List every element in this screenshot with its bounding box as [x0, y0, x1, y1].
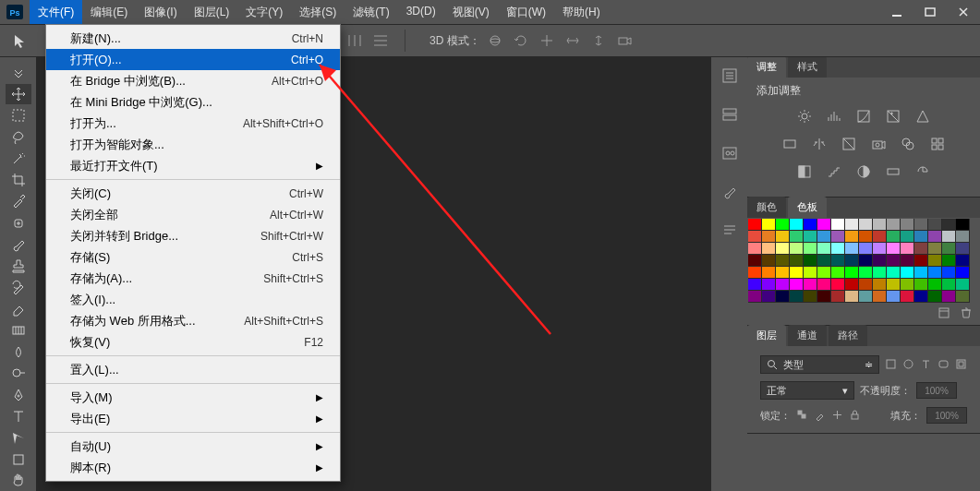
filter-shape-icon[interactable]	[938, 358, 950, 372]
balance-icon[interactable]	[811, 136, 828, 154]
blend-mode-select[interactable]: 正常▾	[760, 381, 854, 400]
swatch[interactable]	[776, 279, 790, 291]
swatch[interactable]	[887, 231, 901, 243]
character-panel-icon[interactable]	[720, 144, 739, 166]
menubar-item-4[interactable]: 文字(Y)	[237, 0, 291, 25]
blur-tool-icon[interactable]	[6, 342, 31, 362]
swatch[interactable]	[901, 291, 914, 303]
swatch[interactable]	[762, 243, 776, 255]
swatch[interactable]	[928, 231, 942, 243]
swatch[interactable]	[859, 243, 873, 255]
swatch[interactable]	[831, 279, 845, 291]
swatch[interactable]	[831, 231, 845, 243]
swatch[interactable]	[762, 267, 776, 279]
stamp-tool-icon[interactable]	[6, 257, 31, 276]
swatch[interactable]	[776, 219, 790, 231]
swatch[interactable]	[914, 279, 928, 291]
swatch[interactable]	[817, 231, 831, 243]
swatch[interactable]	[942, 219, 956, 231]
lookup-icon[interactable]	[929, 136, 946, 154]
menu-item[interactable]: 关闭全部Alt+Ctrl+W	[46, 204, 340, 225]
swatch[interactable]	[804, 243, 817, 255]
exposure-icon[interactable]	[885, 108, 901, 126]
pen-tool-icon[interactable]	[6, 385, 31, 404]
swatch[interactable]	[942, 231, 956, 243]
swatch[interactable]	[901, 219, 914, 231]
swatch[interactable]	[873, 255, 887, 267]
menu-item[interactable]: 打开为...Alt+Shift+Ctrl+O	[46, 113, 340, 134]
menubar-item-10[interactable]: 帮助(H)	[554, 0, 609, 25]
new-swatch-icon[interactable]	[938, 306, 950, 323]
swatch[interactable]	[873, 291, 887, 303]
healing-tool-icon[interactable]	[6, 213, 31, 233]
swatch[interactable]	[790, 291, 804, 303]
swatch[interactable]	[831, 267, 845, 279]
swatch[interactable]	[873, 243, 887, 255]
menu-item[interactable]: 置入(L)...	[46, 359, 340, 380]
swatch[interactable]	[887, 243, 901, 255]
swatch[interactable]	[776, 291, 790, 303]
lasso-tool-icon[interactable]	[6, 127, 31, 147]
collapse-icon[interactable]	[6, 63, 31, 82]
swatch[interactable]	[901, 267, 914, 279]
menu-item[interactable]: 签入(I)...	[46, 289, 340, 310]
brush-tool-icon[interactable]	[6, 234, 31, 254]
close-button[interactable]	[947, 2, 980, 22]
menu-item[interactable]: 打开(O)...Ctrl+O	[46, 49, 340, 70]
mode3d-orbit-icon[interactable]	[484, 30, 506, 51]
menu-item[interactable]: 打开为智能对象...	[46, 134, 340, 155]
menu-item[interactable]: 在 Bridge 中浏览(B)...Alt+Ctrl+O	[46, 70, 340, 91]
swatch[interactable]	[817, 291, 831, 303]
filter-type-icon[interactable]	[920, 358, 932, 372]
swatch-grid[interactable]	[747, 218, 980, 305]
swatch[interactable]	[790, 255, 804, 267]
swatch[interactable]	[748, 219, 762, 231]
swatch[interactable]	[817, 243, 831, 255]
swatch[interactable]	[873, 279, 887, 291]
menu-item[interactable]: 脚本(R)▶	[46, 457, 340, 478]
photofilter-icon[interactable]	[870, 136, 887, 154]
swatch[interactable]	[831, 291, 845, 303]
swatch[interactable]	[956, 231, 970, 243]
swatch[interactable]	[748, 231, 762, 243]
swatch[interactable]	[901, 279, 914, 291]
swatch[interactable]	[887, 255, 901, 267]
swatch[interactable]	[790, 267, 804, 279]
swatch[interactable]	[928, 291, 942, 303]
distribute-v3-icon[interactable]	[369, 30, 392, 51]
swatch[interactable]	[776, 255, 790, 267]
history-panel-icon[interactable]	[720, 66, 739, 89]
swatch[interactable]	[928, 255, 942, 267]
swatch[interactable]	[942, 291, 956, 303]
mode3d-camera-icon[interactable]	[613, 30, 635, 51]
tab-paths[interactable]: 路径	[829, 325, 867, 346]
eyedropper-tool-icon[interactable]	[6, 192, 31, 211]
swatch[interactable]	[956, 243, 970, 255]
gradient-tool-icon[interactable]	[6, 321, 31, 341]
opacity-value[interactable]: 100%	[916, 382, 957, 399]
swatch[interactable]	[914, 219, 928, 231]
menu-item[interactable]: 导出(E)▶	[46, 408, 340, 429]
swatch[interactable]	[873, 267, 887, 279]
swatch[interactable]	[762, 279, 776, 291]
tab-channels[interactable]: 通道	[788, 325, 827, 346]
lock-position-icon[interactable]	[831, 409, 843, 423]
menubar-item-0[interactable]: 文件(F)	[30, 0, 82, 25]
swatch[interactable]	[942, 243, 956, 255]
swatch[interactable]	[887, 291, 901, 303]
shape-tool-icon[interactable]	[6, 449, 31, 469]
swatch[interactable]	[859, 279, 873, 291]
menu-item[interactable]: 导入(M)▶	[46, 387, 340, 408]
current-tool-icon[interactable]	[7, 29, 35, 53]
swatch[interactable]	[804, 291, 817, 303]
layer-filter-type[interactable]: 类型 ≑	[760, 355, 879, 374]
bw-icon[interactable]	[841, 136, 857, 154]
swatch[interactable]	[748, 291, 762, 303]
swatch[interactable]	[956, 255, 970, 267]
swatch[interactable]	[804, 231, 817, 243]
swatch[interactable]	[762, 231, 776, 243]
swatch[interactable]	[914, 291, 928, 303]
tab-layers[interactable]: 图层	[747, 325, 786, 346]
tab-color[interactable]: 颜色	[747, 197, 786, 218]
swatch[interactable]	[928, 267, 942, 279]
